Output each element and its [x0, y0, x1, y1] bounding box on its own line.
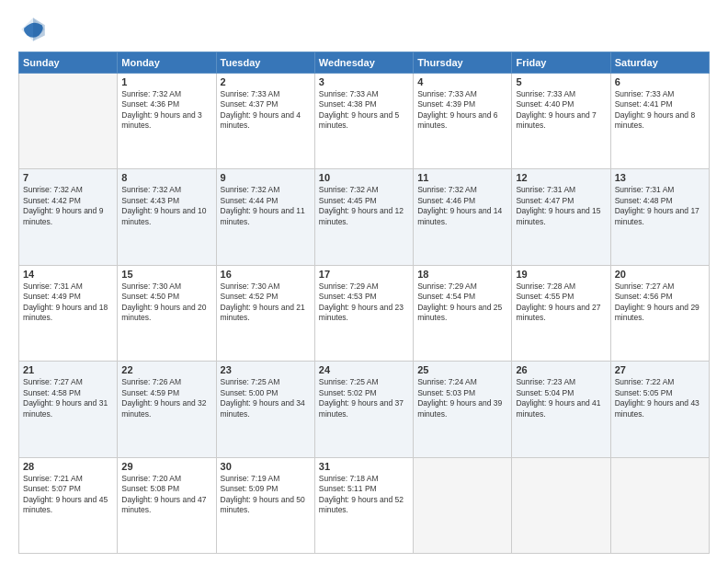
calendar-week: 28Sunrise: 7:21 AM Sunset: 5:07 PM Dayli… [19, 457, 710, 553]
cell-content: Sunrise: 7:33 AM Sunset: 4:38 PM Dayligh… [319, 89, 409, 132]
header-row: SundayMondayTuesdayWednesdayThursdayFrid… [19, 52, 710, 74]
day-number: 5 [516, 76, 606, 87]
cell-content: Sunrise: 7:18 AM Sunset: 5:11 PM Dayligh… [319, 474, 409, 516]
calendar-day: 22Sunrise: 7:26 AM Sunset: 4:59 PM Dayli… [118, 362, 216, 457]
cell-content: Sunrise: 7:31 AM Sunset: 4:48 PM Dayligh… [615, 185, 705, 227]
cell-content: Sunrise: 7:32 AM Sunset: 4:43 PM Dayligh… [121, 185, 211, 227]
day-number: 6 [615, 76, 705, 87]
calendar-week: 14Sunrise: 7:31 AM Sunset: 4:49 PM Dayli… [19, 265, 710, 361]
calendar-day: 5Sunrise: 7:33 AM Sunset: 4:40 PM Daylig… [512, 74, 610, 169]
day-number: 14 [23, 269, 113, 280]
day-number: 26 [516, 364, 606, 375]
day-number: 27 [615, 364, 705, 375]
day-number: 30 [221, 461, 311, 472]
cell-content: Sunrise: 7:20 AM Sunset: 5:08 PM Dayligh… [121, 474, 211, 516]
day-number: 15 [121, 269, 211, 280]
cell-content: Sunrise: 7:33 AM Sunset: 4:40 PM Dayligh… [516, 89, 606, 132]
calendar-day: 17Sunrise: 7:29 AM Sunset: 4:53 PM Dayli… [314, 265, 413, 361]
day-number: 25 [417, 364, 507, 375]
calendar-day: 24Sunrise: 7:25 AM Sunset: 5:02 PM Dayli… [314, 362, 413, 457]
logo [18, 15, 51, 44]
day-number: 8 [121, 172, 211, 183]
calendar: SundayMondayTuesdayWednesdayThursdayFrid… [18, 52, 710, 554]
day-number: 10 [319, 172, 409, 183]
cell-content: Sunrise: 7:24 AM Sunset: 5:03 PM Dayligh… [417, 377, 507, 419]
day-number: 29 [121, 461, 211, 472]
day-number: 20 [615, 269, 705, 280]
calendar-day: 28Sunrise: 7:21 AM Sunset: 5:07 PM Dayli… [19, 457, 118, 553]
calendar-day: 3Sunrise: 7:33 AM Sunset: 4:38 PM Daylig… [314, 74, 413, 169]
day-number: 17 [319, 269, 409, 280]
cell-content: Sunrise: 7:27 AM Sunset: 4:56 PM Dayligh… [615, 282, 705, 324]
day-number: 22 [121, 364, 211, 375]
cell-content: Sunrise: 7:19 AM Sunset: 5:09 PM Dayligh… [221, 474, 311, 516]
day-number: 12 [516, 172, 606, 183]
calendar-week: 21Sunrise: 7:27 AM Sunset: 4:58 PM Dayli… [19, 362, 710, 457]
cell-content: Sunrise: 7:31 AM Sunset: 4:49 PM Dayligh… [23, 282, 113, 324]
calendar-day [512, 457, 610, 553]
cell-content: Sunrise: 7:33 AM Sunset: 4:39 PM Dayligh… [417, 89, 507, 132]
cell-content: Sunrise: 7:32 AM Sunset: 4:46 PM Dayligh… [417, 185, 507, 227]
day-number: 31 [319, 461, 409, 472]
day-number: 19 [516, 269, 606, 280]
day-number: 28 [23, 461, 113, 472]
calendar-day: 15Sunrise: 7:30 AM Sunset: 4:50 PM Dayli… [118, 265, 216, 361]
logo-icon [18, 15, 48, 44]
day-number: 2 [221, 76, 311, 87]
calendar-day: 21Sunrise: 7:27 AM Sunset: 4:58 PM Dayli… [19, 362, 118, 457]
day-number: 3 [319, 76, 409, 87]
calendar-day: 27Sunrise: 7:22 AM Sunset: 5:05 PM Dayli… [610, 362, 709, 457]
cell-content: Sunrise: 7:26 AM Sunset: 4:59 PM Dayligh… [121, 377, 211, 419]
cell-content: Sunrise: 7:25 AM Sunset: 5:02 PM Dayligh… [319, 377, 409, 419]
calendar-week: 7Sunrise: 7:32 AM Sunset: 4:42 PM Daylig… [19, 169, 710, 265]
day-number: 11 [417, 172, 507, 183]
calendar-day: 30Sunrise: 7:19 AM Sunset: 5:09 PM Dayli… [216, 457, 314, 553]
cell-content: Sunrise: 7:22 AM Sunset: 5:05 PM Dayligh… [615, 377, 705, 419]
calendar-day: 11Sunrise: 7:32 AM Sunset: 4:46 PM Dayli… [414, 169, 512, 265]
cell-content: Sunrise: 7:27 AM Sunset: 4:58 PM Dayligh… [23, 377, 113, 419]
day-number: 24 [319, 364, 409, 375]
calendar-day: 12Sunrise: 7:31 AM Sunset: 4:47 PM Dayli… [512, 169, 610, 265]
cell-content: Sunrise: 7:32 AM Sunset: 4:45 PM Dayligh… [319, 185, 409, 227]
day-header: Sunday [19, 52, 118, 74]
calendar-day: 4Sunrise: 7:33 AM Sunset: 4:39 PM Daylig… [414, 74, 512, 169]
day-number: 1 [121, 76, 211, 87]
day-number: 23 [221, 364, 311, 375]
calendar-day [414, 457, 512, 553]
calendar-day: 29Sunrise: 7:20 AM Sunset: 5:08 PM Dayli… [118, 457, 216, 553]
cell-content: Sunrise: 7:30 AM Sunset: 4:52 PM Dayligh… [221, 282, 311, 324]
day-number: 18 [417, 269, 507, 280]
cell-content: Sunrise: 7:29 AM Sunset: 4:53 PM Dayligh… [319, 282, 409, 324]
calendar-day: 31Sunrise: 7:18 AM Sunset: 5:11 PM Dayli… [314, 457, 413, 553]
calendar-day: 16Sunrise: 7:30 AM Sunset: 4:52 PM Dayli… [216, 265, 314, 361]
calendar-day: 8Sunrise: 7:32 AM Sunset: 4:43 PM Daylig… [118, 169, 216, 265]
calendar-day: 25Sunrise: 7:24 AM Sunset: 5:03 PM Dayli… [414, 362, 512, 457]
cell-content: Sunrise: 7:21 AM Sunset: 5:07 PM Dayligh… [23, 474, 113, 516]
day-number: 9 [221, 172, 311, 183]
calendar-day: 20Sunrise: 7:27 AM Sunset: 4:56 PM Dayli… [610, 265, 709, 361]
cell-content: Sunrise: 7:23 AM Sunset: 5:04 PM Dayligh… [516, 377, 606, 419]
cell-content: Sunrise: 7:32 AM Sunset: 4:36 PM Dayligh… [121, 89, 211, 132]
day-header: Thursday [414, 52, 512, 74]
calendar-day [610, 457, 709, 553]
calendar-day: 6Sunrise: 7:33 AM Sunset: 4:41 PM Daylig… [610, 74, 709, 169]
day-header: Tuesday [216, 52, 314, 74]
day-header: Wednesday [314, 52, 413, 74]
header [18, 15, 710, 44]
calendar-day: 23Sunrise: 7:25 AM Sunset: 5:00 PM Dayli… [216, 362, 314, 457]
calendar-day: 7Sunrise: 7:32 AM Sunset: 4:42 PM Daylig… [19, 169, 118, 265]
day-number: 21 [23, 364, 113, 375]
day-header: Monday [118, 52, 216, 74]
cell-content: Sunrise: 7:25 AM Sunset: 5:00 PM Dayligh… [221, 377, 311, 419]
calendar-day: 9Sunrise: 7:32 AM Sunset: 4:44 PM Daylig… [216, 169, 314, 265]
calendar-day: 1Sunrise: 7:32 AM Sunset: 4:36 PM Daylig… [118, 74, 216, 169]
cell-content: Sunrise: 7:32 AM Sunset: 4:42 PM Dayligh… [23, 185, 113, 227]
cell-content: Sunrise: 7:30 AM Sunset: 4:50 PM Dayligh… [121, 282, 211, 324]
calendar-day: 14Sunrise: 7:31 AM Sunset: 4:49 PM Dayli… [19, 265, 118, 361]
cell-content: Sunrise: 7:31 AM Sunset: 4:47 PM Dayligh… [516, 185, 606, 227]
calendar-week: 1Sunrise: 7:32 AM Sunset: 4:36 PM Daylig… [19, 74, 710, 169]
calendar-day: 2Sunrise: 7:33 AM Sunset: 4:37 PM Daylig… [216, 74, 314, 169]
calendar-day: 19Sunrise: 7:28 AM Sunset: 4:55 PM Dayli… [512, 265, 610, 361]
calendar-day [19, 74, 118, 169]
day-header: Saturday [610, 52, 709, 74]
